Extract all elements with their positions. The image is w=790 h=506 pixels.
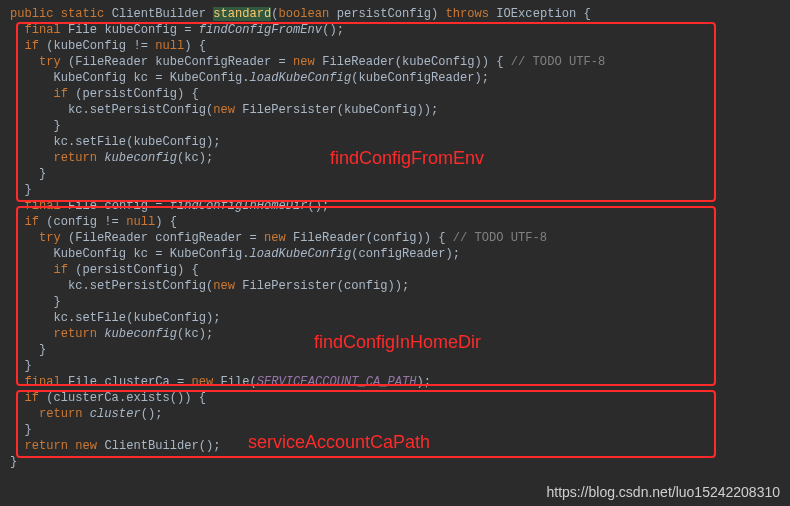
return-type: ClientBuilder (112, 7, 206, 21)
exc-type: IOException (496, 7, 576, 21)
kw-if: if (25, 39, 40, 53)
var-ca: clusterCa (104, 375, 169, 389)
watermark: https://blog.csdn.net/luo15242208310 (546, 484, 780, 500)
param-kw: boolean (279, 7, 330, 21)
comment-todo: // TODO UTF-8 (511, 55, 605, 69)
kw-throws: throws (446, 7, 490, 21)
fn-env: findConfigFromEnv (199, 23, 322, 37)
code-block: public static ClientBuilder standard(boo… (10, 6, 780, 470)
kw-final: final (25, 23, 61, 37)
param-name: persistConfig (337, 7, 431, 21)
fn-cluster: cluster (90, 407, 141, 421)
type-file: File (68, 23, 97, 37)
kw-static: static (61, 7, 105, 21)
kw-public: public (10, 7, 54, 21)
const-capath: SERVICEACCOUNT_CA_PATH (257, 375, 417, 389)
method-name: standard (213, 7, 271, 21)
var-kube: kubeConfig (104, 23, 177, 37)
fn-home: findConfigInHomeDir (170, 199, 308, 213)
